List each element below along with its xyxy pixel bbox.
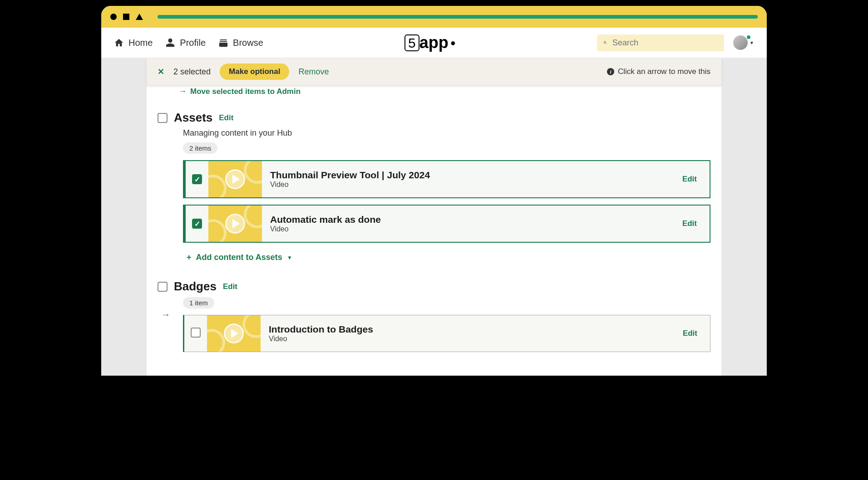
section-checkbox[interactable] (158, 113, 168, 123)
item-count-badge: 1 item (183, 297, 214, 309)
logo-five: 5 (404, 34, 419, 51)
move-arrow-icon[interactable]: → (161, 309, 170, 320)
nav-home[interactable]: Home (114, 38, 153, 48)
item-thumbnail (208, 161, 262, 197)
window-controls (110, 14, 143, 20)
item-edit-link[interactable]: Edit (670, 219, 710, 228)
item-check-col (186, 174, 208, 184)
nav-links: Home Profile Browse (114, 38, 263, 48)
section-checkbox[interactable] (158, 282, 168, 292)
nav-home-label: Home (128, 38, 153, 48)
caret-down-icon: ▼ (750, 40, 754, 45)
section-badges: Badges Edit 1 item → Introduction to Bad… (147, 270, 721, 363)
content-item[interactable]: Automatic mark as done Video Edit (183, 205, 710, 243)
move-selected-link[interactable]: → Move selected items to Admin (147, 86, 721, 102)
item-checkbox[interactable] (192, 174, 202, 184)
url-bar[interactable] (158, 15, 758, 19)
logo-dot: ● (450, 38, 456, 48)
browser-frame: Home Profile Browse 5app● ▼ (100, 5, 768, 377)
home-icon (114, 38, 124, 48)
item-checkbox[interactable] (191, 328, 201, 338)
item-body: Thumbnail Preview Tool | July 2024 Video (262, 165, 670, 193)
section-header: Badges Edit (158, 279, 710, 294)
content-inner: ✕ 2 selected Make optional Remove i Clic… (147, 58, 721, 376)
close-selection-icon[interactable]: ✕ (158, 67, 164, 77)
item-check-col (186, 219, 208, 229)
selection-action-bar: ✕ 2 selected Make optional Remove i Clic… (147, 58, 721, 86)
item-body: Automatic mark as done Video (262, 210, 670, 238)
item-check-col (184, 328, 207, 339)
item-edit-link[interactable]: Edit (670, 175, 710, 184)
section-header: Assets Edit (158, 111, 710, 125)
play-icon (224, 323, 244, 343)
section-title: Assets (174, 111, 212, 125)
move-hint-text: Click an arrow to move this (618, 67, 710, 76)
section-edit-link[interactable]: Edit (219, 113, 233, 122)
item-body: Introduction to Badges Video (261, 319, 670, 348)
header-right: ▼ (597, 34, 754, 51)
nav-profile-label: Profile (180, 38, 206, 48)
content-item[interactable]: Thumbnail Preview Tool | July 2024 Video… (183, 160, 710, 198)
status-dot (746, 34, 751, 40)
move-selected-label: Move selected items to Admin (190, 87, 301, 96)
profile-icon (165, 38, 175, 48)
item-type: Video (269, 335, 662, 343)
square-icon (123, 14, 129, 20)
action-bar-right: i Click an arrow to move this (607, 67, 710, 76)
arrow-right-icon: → (178, 87, 187, 96)
nav-browse-label: Browse (233, 38, 263, 48)
browse-icon (218, 38, 228, 48)
item-checkbox[interactable] (192, 219, 202, 229)
section-assets: Assets Edit Managing content in your Hub… (147, 102, 721, 270)
nav-profile[interactable]: Profile (165, 38, 206, 48)
item-count-badge: 2 items (183, 142, 217, 154)
logo[interactable]: 5app● (404, 33, 456, 52)
triangle-icon (136, 14, 143, 20)
nav-browse[interactable]: Browse (218, 38, 263, 48)
content-outer: ✕ 2 selected Make optional Remove i Clic… (101, 58, 767, 376)
item-title: Introduction to Badges (269, 324, 662, 335)
action-bar-left: ✕ 2 selected Make optional Remove (158, 64, 329, 80)
logo-text: app (419, 33, 449, 52)
remove-button[interactable]: Remove (298, 67, 329, 77)
item-edit-link[interactable]: Edit (670, 329, 710, 338)
browser-chrome (101, 6, 767, 28)
search-icon (603, 38, 607, 47)
item-thumbnail (208, 206, 262, 242)
section-title: Badges (174, 279, 217, 294)
item-title: Automatic mark as done (270, 214, 661, 225)
user-menu[interactable]: ▼ (733, 35, 754, 50)
item-type: Video (270, 181, 661, 189)
make-optional-button[interactable]: Make optional (220, 64, 289, 80)
section-edit-link[interactable]: Edit (223, 282, 237, 291)
play-icon (225, 169, 245, 189)
circle-icon (110, 14, 117, 20)
selected-count: 2 selected (173, 67, 211, 77)
add-content-label: Add content to Assets (196, 253, 282, 262)
info-icon: i (607, 68, 614, 75)
chevron-down-icon: ▼ (287, 255, 292, 261)
search-input[interactable] (612, 38, 718, 48)
item-thumbnail (207, 315, 261, 352)
section-description: Managing content in your Hub (158, 128, 710, 138)
add-content-button[interactable]: + Add content to Assets ▼ (158, 249, 710, 266)
content-item[interactable]: Introduction to Badges Video Edit (183, 315, 710, 352)
search-box[interactable] (597, 34, 724, 51)
app-header: Home Profile Browse 5app● ▼ (101, 28, 767, 58)
play-icon (225, 214, 245, 234)
plus-icon: + (187, 253, 192, 262)
item-title: Thumbnail Preview Tool | July 2024 (270, 170, 661, 181)
item-type: Video (270, 225, 661, 233)
